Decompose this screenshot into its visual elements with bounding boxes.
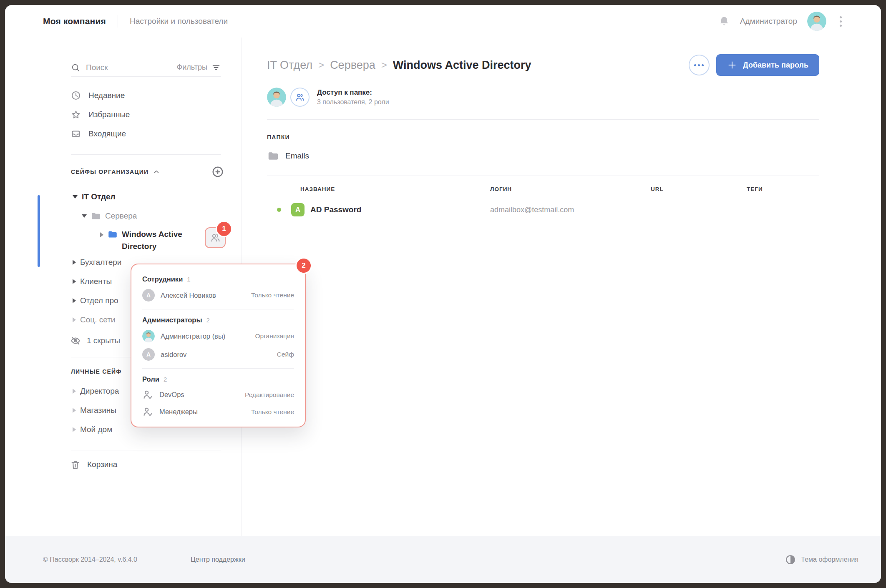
popup-section-admins: Администраторы (142, 316, 202, 324)
breadcrumb-separator: > (381, 59, 387, 71)
breadcrumb-servers[interactable]: Сервера (330, 59, 375, 72)
copyright: © Пассворк 2014–2024, v.6.4.0 (43, 556, 137, 563)
status-dot (277, 208, 281, 212)
access-level: Только чтение (251, 408, 294, 416)
folder-icon (107, 229, 118, 240)
triangle-down-icon[interactable] (73, 195, 78, 199)
triangle-right-icon[interactable] (73, 317, 76, 322)
header-divider (118, 15, 118, 28)
folder-access-summary[interactable]: Доступ к папке: 3 пользователя, 2 роли (267, 88, 819, 107)
add-password-button[interactable]: Добавить пароль (716, 54, 819, 76)
brand-tab[interactable]: Моя компания (43, 16, 106, 26)
table-row[interactable]: A AD Password admailbox@testmail.com (267, 203, 819, 216)
access-level: Организация (255, 332, 294, 340)
column-tags: ТЕГИ (747, 186, 819, 192)
triangle-right-icon[interactable] (73, 427, 76, 432)
current-user-name: Администратор (740, 17, 797, 26)
add-vault-icon[interactable] (211, 166, 224, 178)
password-name: AD Password (310, 205, 361, 214)
tree-folder-servers[interactable]: Сервера (38, 206, 242, 226)
personal-vaults-title: ЛИЧНЫЕ СЕЙФ (71, 368, 121, 375)
theme-label: Тема оформления (801, 556, 858, 563)
folder-label: Сервера (105, 211, 137, 221)
sidebar-item-favorites[interactable]: Избранные (38, 105, 242, 124)
trash-label: Корзина (87, 460, 117, 469)
vault-label: IT Отдел (82, 192, 116, 201)
tree-folder-windows-active-directory[interactable]: Windows Active Directory 1 (38, 228, 242, 253)
eye-off-icon (70, 335, 81, 346)
popup-user-row: Администратор (вы) Организация (142, 330, 294, 342)
sidebar-divider (71, 154, 221, 155)
password-login: admailbox@testmail.com (490, 206, 651, 214)
user-avatar (142, 330, 155, 342)
popup-section-count: 2 (164, 376, 167, 383)
member-avatar (267, 88, 286, 107)
folders-section-title: ПАПКИ (267, 134, 819, 141)
recent-label: Недавние (88, 91, 125, 100)
breadcrumb-it-otdel[interactable]: IT Отдел (267, 59, 312, 72)
filters-button[interactable]: Фильтры (177, 63, 221, 72)
page-title: Windows Active Directory (393, 59, 531, 72)
access-level: Сейф (277, 351, 294, 358)
popup-divider (142, 309, 294, 309)
folder-item-emails[interactable]: Emails (267, 150, 309, 162)
members-count-circle (290, 88, 310, 107)
user-name: asidorov (161, 351, 186, 359)
triangle-right-icon[interactable] (73, 260, 76, 265)
kebab-menu-icon[interactable] (837, 14, 844, 29)
subfolder-label: Windows Active Directory (122, 228, 189, 253)
annotation-badge-2: 2 (297, 259, 311, 273)
role-name: Менеджеры (159, 408, 198, 416)
popup-section-roles: Роли (142, 375, 159, 383)
clock-icon (71, 90, 81, 101)
nav-settings-users[interactable]: Настройки и пользователи (130, 17, 228, 26)
vault-label: Директора (80, 387, 119, 396)
folder-access-button[interactable]: 1 (205, 227, 226, 248)
triangle-right-icon[interactable] (73, 389, 76, 394)
user-avatar[interactable] (807, 12, 826, 31)
top-header: Моя компания Настройки и пользователи Ад… (5, 5, 881, 38)
theme-icon (785, 554, 796, 565)
vault-label: Клиенты (80, 277, 112, 286)
sidebar-item-recent[interactable]: Недавние (38, 86, 242, 105)
folder-access-popup: 2 Сотрудники 1 A Алексей Новиков Только … (131, 264, 306, 427)
folder-name: Emails (285, 151, 309, 161)
user-name: Алексей Новиков (161, 291, 216, 299)
role-icon (142, 406, 154, 417)
annotation-badge-1: 1 (217, 222, 231, 236)
content-divider (267, 176, 819, 176)
popup-section-employees: Сотрудники (142, 275, 183, 283)
password-item-icon: A (291, 203, 305, 216)
sidebar-item-trash[interactable]: Корзина (38, 460, 242, 470)
favorites-label: Избранные (88, 110, 130, 119)
folder-icon (267, 150, 279, 162)
sidebar-divider (71, 450, 221, 450)
chevron-up-icon[interactable] (153, 168, 160, 176)
popup-user-row: A asidorov Сейф (142, 348, 294, 361)
triangle-right-icon[interactable] (73, 298, 76, 303)
theme-toggle[interactable]: Тема оформления (785, 554, 858, 565)
triangle-right-icon[interactable] (100, 232, 103, 237)
bell-icon[interactable] (718, 15, 730, 27)
access-subtitle: 3 пользователя, 2 роли (317, 98, 389, 106)
support-link[interactable]: Центр поддержки (191, 556, 245, 563)
tree-vault-it-otdel[interactable]: IT Отдел (38, 187, 242, 206)
breadcrumb-separator: > (318, 59, 324, 71)
popup-section-count: 1 (187, 276, 190, 283)
letter-avatar: A (142, 348, 155, 361)
more-actions-button[interactable] (689, 55, 710, 75)
access-title: Доступ к папке: (317, 88, 389, 97)
popup-role-row: Менеджеры Только чтение (142, 406, 294, 417)
search-input[interactable] (86, 63, 177, 72)
app-window: Моя компания Настройки и пользователи Ад… (5, 5, 881, 583)
users-icon (295, 92, 305, 102)
triangle-right-icon[interactable] (73, 279, 76, 284)
column-login: ЛОГИН (490, 186, 651, 192)
inbox-icon (71, 129, 81, 139)
hidden-vaults-label: 1 скрыты (87, 336, 120, 345)
main-content: IT Отдел > Сервера > Windows Active Dire… (242, 38, 881, 536)
vault-label: Отдел про (80, 296, 118, 305)
triangle-down-icon[interactable] (82, 214, 87, 218)
triangle-right-icon[interactable] (73, 408, 76, 413)
sidebar-item-inbox[interactable]: Входящие (38, 124, 242, 143)
